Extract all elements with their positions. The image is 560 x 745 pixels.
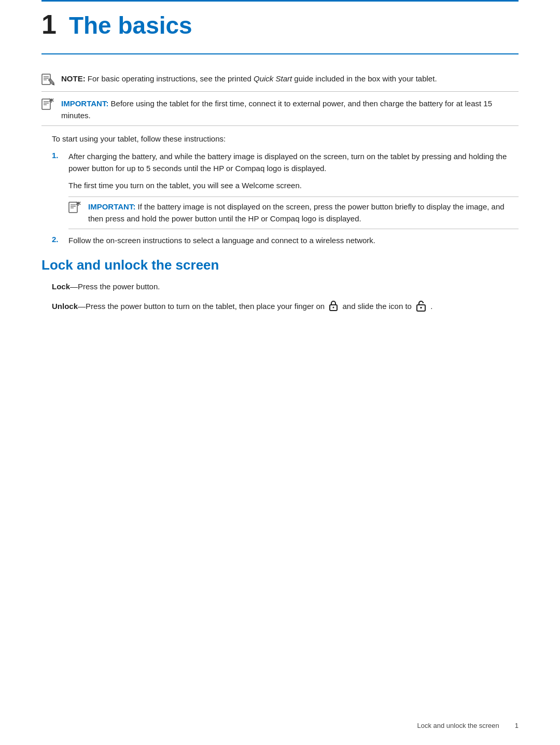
- unlock-term: Unlock: [52, 302, 78, 311]
- important-inline-icon: [68, 202, 83, 215]
- lock-paragraph: Lock—Press the power button.: [52, 280, 519, 293]
- note-content: NOTE: For basic operating instructions, …: [61, 73, 519, 85]
- item-text-1: After charging the battery, and while th…: [68, 150, 519, 175]
- item-number-1: 1.: [52, 150, 62, 160]
- lock-content: Lock—Press the power button. Unlock—Pres…: [41, 280, 519, 315]
- closed-lock-icon: [328, 300, 339, 315]
- section-heading: Lock and unlock the screen: [41, 257, 519, 273]
- sub-paragraph: The first time you turn on the tablet, y…: [52, 179, 519, 191]
- important-icon: [41, 99, 56, 112]
- item-number-2: 2.: [52, 234, 62, 244]
- note-italic-text: Quick Start: [254, 74, 292, 83]
- unlock-paragraph: Unlock—Press the power button to turn on…: [52, 299, 519, 315]
- important-body: Before using the tablet for the first ti…: [61, 99, 492, 120]
- chapter-number: 1: [41, 11, 57, 38]
- svg-point-24: [420, 306, 422, 308]
- numbered-list: 1. After charging the battery, and while…: [41, 150, 519, 247]
- important-inline-box: IMPORTANT: If the battery image is not d…: [68, 196, 519, 229]
- note-label: NOTE:: [61, 74, 86, 83]
- svg-point-22: [333, 306, 334, 308]
- lock-text: Press the power button.: [78, 282, 160, 291]
- unlock-dash: —: [78, 302, 86, 311]
- page-footer: Lock and unlock the screen 1: [417, 722, 519, 729]
- important-box: IMPORTANT: Before using the tablet for t…: [41, 94, 519, 126]
- unlock-text-after: and slide the icon to: [342, 302, 414, 311]
- note-text-before: For basic operating instructions, see th…: [88, 74, 254, 83]
- unlock-text-end: .: [430, 302, 432, 311]
- open-lock-icon: [415, 299, 427, 315]
- list-item-2: 2. Follow the on-screen instructions to …: [52, 234, 519, 246]
- important-label: IMPORTANT:: [61, 99, 108, 108]
- svg-rect-7: [42, 99, 50, 109]
- chapter-title: The basics: [69, 13, 192, 37]
- important-inline-content: IMPORTANT: If the battery image is not d…: [88, 201, 519, 224]
- note-box: NOTE: For basic operating instructions, …: [41, 69, 519, 92]
- important-inline-body: If the battery image is not displayed on…: [88, 202, 505, 223]
- lock-term: Lock: [52, 282, 70, 291]
- svg-rect-14: [69, 202, 77, 213]
- lock-dash: —: [70, 282, 78, 291]
- unlock-text-before: Press the power button to turn on the ta…: [86, 302, 327, 311]
- item-text-2: Follow the on-screen instructions to sel…: [68, 234, 375, 246]
- footer-page-number: 1: [515, 722, 519, 729]
- footer-section-label: Lock and unlock the screen: [417, 722, 499, 729]
- main-content: NOTE: For basic operating instructions, …: [41, 54, 519, 315]
- instructions-intro: To start using your tablet, follow these…: [41, 133, 519, 145]
- note-icon: [41, 74, 56, 87]
- important-content: IMPORTANT: Before using the tablet for t…: [61, 98, 519, 121]
- important-inline-label: IMPORTANT:: [88, 202, 135, 211]
- note-text-after: guide included in the box with your tabl…: [292, 74, 437, 83]
- list-item-1: 1. After charging the battery, and while…: [52, 150, 519, 175]
- chapter-heading: 1 The basics: [41, 2, 519, 54]
